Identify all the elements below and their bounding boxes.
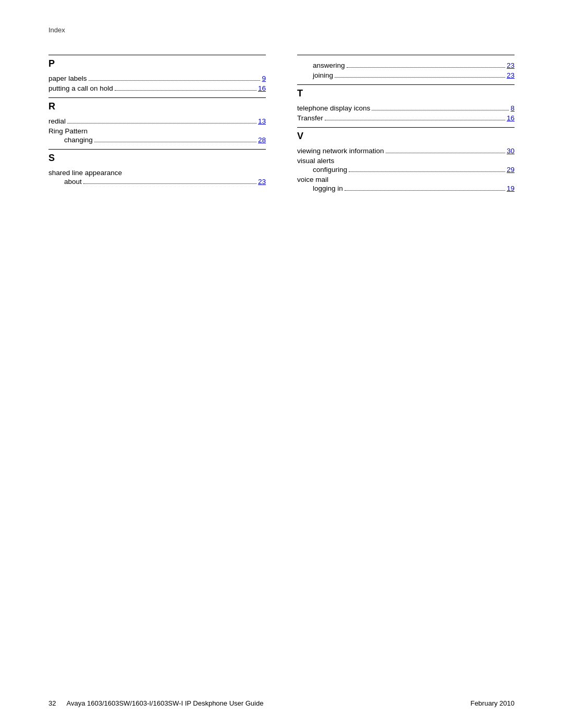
entry-page-link[interactable]: 23: [507, 71, 515, 79]
entry-label: shared line appearance: [48, 169, 122, 177]
entry-label: telephone display icons: [297, 104, 370, 112]
list-item: Ring Pattern: [48, 127, 266, 135]
section-s: S shared line appearance about 23: [48, 149, 266, 186]
left-column: P paper labels 9 putting a call on hold …: [48, 55, 266, 198]
entry-label: configuring: [313, 166, 347, 174]
entry-label: changing: [64, 136, 93, 144]
entry-label: redial: [48, 117, 66, 125]
list-item: redial 13: [48, 117, 266, 125]
divider-v: [297, 127, 515, 128]
entry-page-link[interactable]: 8: [510, 104, 515, 112]
entry-label: joining: [313, 71, 333, 79]
section-letter-p: P: [48, 58, 266, 69]
list-item: shared line appearance: [48, 169, 266, 177]
right-column: answering 23 joining 23 T telephone disp…: [297, 55, 515, 198]
list-item: about 23: [48, 178, 266, 186]
divider-s: [48, 149, 266, 150]
list-item: changing 28: [48, 136, 266, 144]
header-text: Index: [48, 26, 65, 34]
entry-dots: [67, 123, 256, 124]
section-r: R redial 13 Ring Pattern changing 28: [48, 97, 266, 144]
entry-label: Transfer: [297, 114, 323, 122]
section-p: P paper labels 9 putting a call on hold …: [48, 55, 266, 92]
entry-page-link[interactable]: 29: [507, 166, 515, 174]
divider-r: [48, 97, 266, 98]
divider-continuation: [297, 55, 515, 55]
entry-page-link[interactable]: 13: [258, 117, 266, 125]
footer-page-number: 32: [48, 699, 56, 707]
footer-left: 32 Avaya 1603/1603SW/1603-I/1603SW-I IP …: [48, 699, 263, 707]
entry-dots: [347, 67, 505, 68]
entry-page-link[interactable]: 16: [507, 114, 515, 122]
list-item: logging in 19: [297, 184, 515, 192]
section-letter-v: V: [297, 131, 515, 142]
entry-dots: [94, 142, 256, 142]
list-item: Transfer 16: [297, 114, 515, 122]
entry-label: viewing network information: [297, 147, 384, 155]
entry-page-link[interactable]: 16: [258, 84, 266, 92]
section-t: T telephone display icons 8 Transfer 16: [297, 84, 515, 122]
list-item: putting a call on hold 16: [48, 84, 266, 92]
entry-label: Ring Pattern: [48, 127, 88, 135]
list-item: visual alerts: [297, 157, 515, 165]
section-continuation: answering 23 joining 23: [297, 55, 515, 79]
section-letter-s: S: [48, 153, 266, 164]
entry-dots: [372, 110, 509, 110]
entry-label: putting a call on hold: [48, 84, 113, 92]
entry-page-link[interactable]: 9: [262, 75, 266, 82]
entry-dots: [386, 153, 505, 153]
entry-page-link[interactable]: 28: [258, 136, 266, 144]
footer-date: February 2010: [470, 699, 515, 707]
list-item: voice mail: [297, 176, 515, 183]
index-content: P paper labels 9 putting a call on hold …: [48, 55, 515, 198]
divider-t: [297, 84, 515, 85]
entry-dots: [335, 77, 505, 78]
section-letter-t: T: [297, 88, 515, 99]
list-item: configuring 29: [297, 166, 515, 174]
entry-page-link[interactable]: 19: [507, 184, 515, 192]
list-item: joining 23: [297, 71, 515, 79]
divider-p: [48, 55, 266, 55]
page-container: Index P paper labels 9 putting a call on…: [0, 0, 563, 728]
entry-dots: [349, 171, 505, 172]
list-item: telephone display icons 8: [297, 104, 515, 112]
footer-title: Avaya 1603/1603SW/1603-I/1603SW-I IP Des…: [66, 699, 263, 707]
section-v: V viewing network information 30 visual …: [297, 127, 515, 192]
entry-label: paper labels: [48, 75, 87, 82]
entry-label: voice mail: [297, 176, 328, 183]
entry-page-link[interactable]: 23: [258, 178, 266, 186]
list-item: paper labels 9: [48, 75, 266, 82]
entry-dots: [89, 80, 261, 81]
entry-label: answering: [313, 61, 345, 69]
list-item: answering 23: [297, 61, 515, 69]
page-header: Index: [48, 26, 515, 34]
entry-label: about: [64, 178, 82, 186]
entry-dots: [325, 120, 505, 120]
entry-dots: [83, 183, 256, 184]
entry-label: visual alerts: [297, 157, 334, 165]
entry-dots: [115, 90, 256, 91]
entry-dots: [345, 190, 505, 191]
entry-page-link[interactable]: 23: [507, 61, 515, 69]
section-letter-r: R: [48, 101, 266, 112]
entry-page-link[interactable]: 30: [507, 147, 515, 155]
list-item: viewing network information 30: [297, 147, 515, 155]
page-footer: 32 Avaya 1603/1603SW/1603-I/1603SW-I IP …: [0, 699, 563, 707]
entry-label: logging in: [313, 184, 343, 192]
